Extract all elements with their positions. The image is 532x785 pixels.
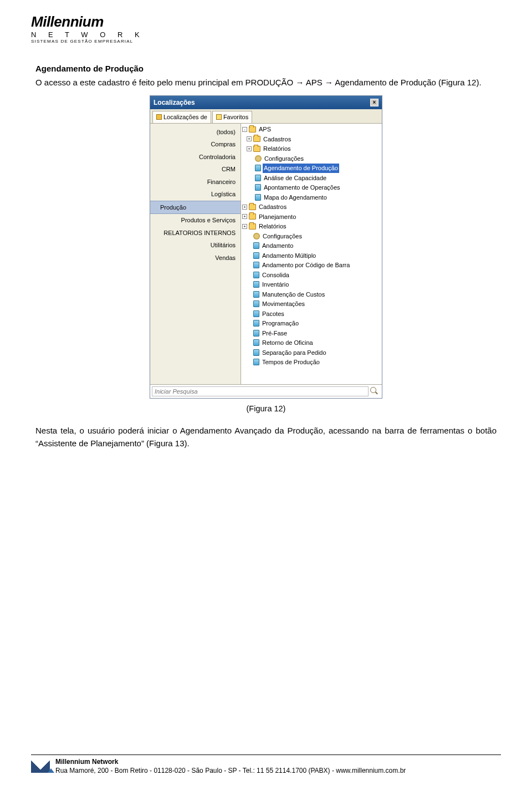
folder-icon [249,126,256,132]
module-icon [255,175,261,181]
tree-node[interactable]: Apontamento de Operações [242,183,381,193]
tree-label: Andamento [261,241,294,251]
tree-node[interactable]: Configurações [242,231,381,241]
module-icon [253,339,259,346]
tree-label: Relatórios [258,222,288,231]
folder-icon [156,114,162,120]
folder-icon [249,204,256,210]
module-icon [253,349,259,356]
category-list: (todos) Compras Controladoria CRM Financ… [150,124,241,384]
localizacoes-window: Localizações × Localizações de Favoritos… [150,95,382,399]
tree-label: Cadastros [262,135,292,144]
window-title-text: Localizações [154,98,195,108]
footer-logo-icon [31,757,50,773]
category-item[interactable]: RELATORIOS INTERNOS [150,227,241,239]
category-item[interactable]: Compras [150,138,241,151]
tree-label: Apontamento de Operações [263,183,341,192]
search-input[interactable] [152,386,369,396]
category-item[interactable]: CRM [150,163,241,176]
tree-label: Planejamento [258,212,297,222]
tree-label: Análise de Capacidade [263,174,328,183]
tree-label: Movimentações [261,299,306,309]
category-item[interactable]: Utilitários [150,239,241,252]
tree-node[interactable]: +Relatórios [242,144,381,154]
expand-icon[interactable]: + [242,224,247,229]
document-body: Agendamento de Produção O acesso a este … [0,48,532,450]
tree-node[interactable]: Andamento [242,241,381,251]
tree-label: Tempos de Produção [261,358,321,367]
category-item[interactable]: Vendas [150,252,241,264]
page-header: Millennium N E T W O R K SISTEMAS DE GES… [0,0,532,48]
tree-node[interactable]: Programação [242,319,381,329]
tab-localizacoes[interactable]: Localizações de [152,111,211,123]
caret-icon [48,768,54,773]
module-icon [253,242,259,249]
tree-node[interactable]: +Planejamento [242,212,381,222]
expand-icon[interactable]: + [247,146,252,151]
expand-icon[interactable]: + [242,205,247,210]
category-item[interactable]: Logística [150,188,241,201]
tree-label: Programação [261,319,300,328]
tree-node[interactable]: Separação para Pedido [242,348,381,358]
category-item[interactable]: Controladoria [150,151,241,164]
module-icon [255,165,261,171]
tab-strip: Localizações de Favoritos [150,109,382,124]
intro-paragraph: O acesso a este cadastro é feito pelo me… [35,77,497,89]
tree-label: Manutenção de Custos [261,290,326,299]
module-icon [253,281,259,288]
category-item[interactable]: (todos) [150,126,241,139]
category-item[interactable]: Produtos e Serviços [150,214,241,227]
tree-view: - APS +Cadastros +Relatórios Configuraçõ… [241,124,382,384]
tree-node[interactable]: +Cadastros [242,134,381,144]
tree-node[interactable]: Inventário [242,280,381,290]
window-titlebar: Localizações × [150,96,382,109]
module-icon [255,194,261,201]
tab-label: Favoritos [223,113,248,122]
tab-favoritos[interactable]: Favoritos [212,111,252,123]
tree-node[interactable]: +Relatórios [242,222,381,232]
module-icon [255,184,261,191]
tree-node[interactable]: Consolida [242,270,381,280]
tree-node[interactable]: Andamento por Código de Barra [242,261,381,271]
category-item-producao[interactable]: Produção [150,201,241,215]
tree-label: Cadastros [258,202,288,212]
module-icon [253,291,259,298]
tree-node[interactable]: Tempos de Produção [242,358,381,368]
expand-icon[interactable]: + [247,136,252,141]
tree-node[interactable]: Mapa do Agendamento [242,192,381,202]
tree-node[interactable]: Manutenção de Custos [242,289,381,299]
tree-label: Andamento por Código de Barra [261,261,351,270]
search-icon[interactable] [370,387,379,396]
footer-address: Rua Mamoré, 200 - Bom Retiro - 01128-020… [55,766,406,775]
category-item[interactable]: Financeiro [150,176,241,188]
tree-node[interactable]: Pacotes [242,309,381,319]
tree-node-agendamento-producao[interactable]: Agendamento de Produção [242,164,381,174]
tree-node[interactable]: Andamento Múltiplo [242,251,381,261]
tree-node-aps[interactable]: - APS [242,125,381,135]
section-title: Agendamento de Produção [35,63,497,75]
logo-brand: Millennium [31,13,501,30]
tree-label: Andamento Múltiplo [261,251,317,261]
collapse-icon[interactable]: - [242,127,247,132]
tree-label: Inventário [261,280,290,289]
tree-node[interactable]: Retorno de Oficina [242,338,381,348]
module-icon [253,300,259,307]
expand-icon[interactable]: + [242,214,247,219]
module-icon [253,272,259,278]
tree-node[interactable]: Movimentações [242,299,381,309]
close-icon[interactable]: × [370,99,378,106]
figure-12: Localizações × Localizações de Favoritos… [35,95,497,399]
tree-node[interactable]: +Cadastros [242,202,381,212]
folder-icon [253,146,260,152]
tree-node[interactable]: Análise de Capacidade [242,173,381,183]
footer-text: Millennium Network Rua Mamoré, 200 - Bom… [55,757,406,775]
outro-paragraph: Nesta tela, o usuário poderá iniciar o A… [35,425,497,450]
module-icon [253,310,259,317]
tree-node[interactable]: Pré-Fase [242,328,381,338]
gear-icon [255,155,262,162]
folder-icon [249,223,256,230]
tree-label: Mapa do Agendamento [263,193,328,202]
tree-node[interactable]: Configurações [242,154,381,164]
tree-label: Retorno de Oficina [261,338,314,348]
star-icon [216,114,222,120]
